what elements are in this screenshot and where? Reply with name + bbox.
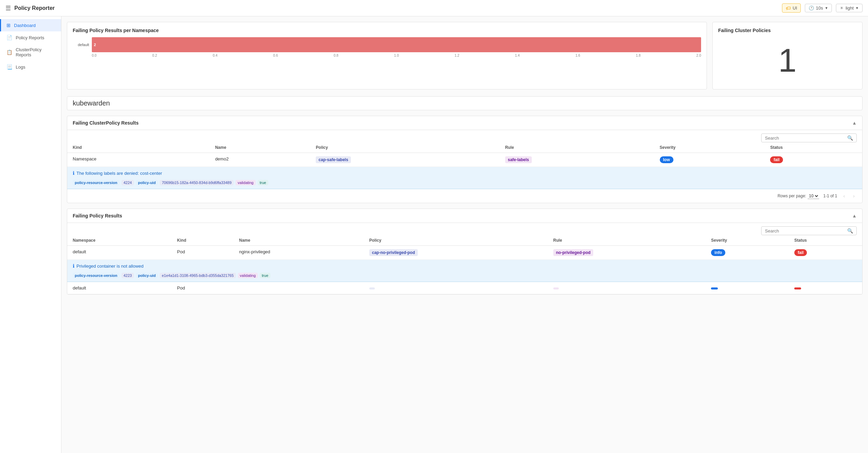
cluster-search-icon[interactable]: 🔍 (847, 135, 853, 141)
severity-badge: info (711, 249, 725, 256)
failing-cluster-title: Failing Cluster Policies (718, 28, 857, 33)
sidebar-item-logs[interactable]: 📃 Logs (0, 61, 61, 73)
status-badge: fail (770, 156, 783, 163)
clusterpolicy-reports-icon: 📋 (6, 49, 12, 55)
tag-policy-resource-version-val: 4223 (122, 273, 134, 278)
app-title: Policy Reporter (14, 5, 55, 11)
cell-namespace-2: default (67, 282, 172, 294)
col-kind: Kind (67, 142, 210, 153)
topbar: ☰ Policy Reporter 🏷 UI 🕐 10s ▼ ☀ light ▼ (0, 0, 868, 16)
sidebar-item-label-policy-reports: Policy Reports (16, 35, 44, 40)
layout: ⊞ Dashboard 📄 Policy Reports 📋 ClusterPo… (0, 16, 868, 453)
next-page-btn[interactable]: › (851, 193, 857, 199)
policy-search-box[interactable]: 🔍 (761, 226, 857, 235)
status-badge-2 (794, 287, 801, 289)
cluster-pagination: Rows per page: 10 25 50 1-1 of 1 ‹ › (67, 189, 862, 203)
chart-bar: 2 (92, 37, 701, 52)
failing-per-ns-title: Failing Policy Results per Namespace (73, 28, 701, 33)
theme-button[interactable]: ☀ light ▼ (836, 4, 863, 12)
detail-message-text: Privileged container is not allowed (76, 264, 144, 269)
chart-label-default: default (73, 43, 89, 47)
tag-validating-key: validating (236, 180, 255, 185)
sidebar-item-clusterpolicy-reports[interactable]: 📋 ClusterPolicy Reports (0, 44, 61, 61)
col-severity: Severity (654, 142, 765, 153)
axis-0: 0.0 (92, 54, 97, 57)
theme-chevron-icon: ▼ (855, 6, 859, 10)
col-policy: Policy (310, 142, 499, 153)
cluster-search-input[interactable] (765, 136, 847, 141)
cell-name-2 (234, 282, 364, 294)
failing-cluster-results-title: Failing ClusterPolicy Results (73, 120, 139, 126)
policy-badge: cap-safe-labels (316, 156, 351, 163)
pagination-range: 1-1 of 1 (823, 194, 837, 198)
col-name: Name (234, 235, 364, 246)
hamburger-menu[interactable]: ☰ (5, 4, 11, 12)
failing-cluster-count: 1 (718, 37, 857, 84)
interval-chevron-icon: ▼ (825, 6, 828, 10)
policy-search-input[interactable] (765, 228, 847, 233)
cell-name: nginx-privileged (234, 246, 364, 260)
cell-kind: Pod (172, 246, 234, 260)
cell-policy: cap-safe-labels (310, 153, 499, 167)
cluster-results-table: Kind Name Policy Rule Severity Status Na… (67, 142, 862, 189)
topbar-right: 🏷 UI 🕐 10s ▼ ☀ light ▼ (782, 3, 863, 13)
severity-badge: low (660, 156, 673, 163)
cell-policy-2 (364, 282, 548, 294)
policy-search-icon[interactable]: 🔍 (847, 228, 853, 233)
chart-axis: 0.0 0.2 0.4 0.6 0.8 1.0 1.2 1.4 1.6 1.8 … (73, 54, 701, 57)
cell-name: demo2 (210, 153, 310, 167)
detail-message-text: The following labels are denied: cost-ce… (76, 171, 162, 176)
axis-10: 1.0 (394, 54, 399, 57)
sidebar-item-policy-reports[interactable]: 📄 Policy Reports (0, 31, 61, 44)
axis-06: 0.6 (273, 54, 278, 57)
failing-policy-results-title: Failing Policy Results (73, 213, 122, 218)
axis-08: 0.8 (333, 54, 338, 57)
sidebar-item-dashboard[interactable]: ⊞ Dashboard (0, 19, 61, 31)
logs-icon: 📃 (6, 64, 12, 70)
table-row: default Pod nginx-privileged cap-no-priv… (67, 246, 862, 260)
cluster-search-box[interactable]: 🔍 (761, 133, 857, 142)
axis-18: 1.8 (636, 54, 641, 57)
collapse-policy-results-btn[interactable]: ▲ (852, 213, 857, 218)
clock-icon: 🕐 (809, 5, 814, 11)
prev-page-btn[interactable]: ‹ (841, 193, 847, 199)
topbar-left: ☰ Policy Reporter (5, 4, 55, 12)
col-rule: Rule (500, 142, 654, 153)
axis-02: 0.2 (152, 54, 157, 57)
failing-policy-results-body: 🔍 Namespace Kind Name Policy Rule Severi… (67, 223, 862, 294)
failing-cluster-results-body: 🔍 Kind Name Policy Rule Severity Status (67, 130, 862, 203)
interval-label: 10s (816, 5, 823, 11)
tag-policy-uid-val: e1e4a1d1-3108-4965-bdb3-d355da321765 (160, 273, 236, 278)
rule-badge: no-privileged-pod (553, 249, 593, 256)
dashboard-icon: ⊞ (6, 23, 11, 28)
collapse-cluster-results-btn[interactable]: ▲ (852, 120, 857, 126)
cell-status: fail (789, 246, 862, 260)
chart-bar-value: 2 (94, 43, 96, 47)
axis-12: 1.2 (455, 54, 459, 57)
tag-policy-uid-val: 70696b15-182a-4450-834d-b9d6ffa33489 (160, 180, 233, 185)
cell-kind-2: Pod (172, 282, 234, 294)
ui-button[interactable]: 🏷 UI (782, 3, 801, 13)
table-row: Namespace demo2 cap-safe-labels safe-lab… (67, 153, 862, 167)
chart-bar-wrap: 2 (92, 37, 701, 52)
tag-policy-uid-key: policy-uid (136, 273, 158, 278)
theme-icon: ☀ (840, 5, 844, 11)
sidebar-item-label-dashboard: Dashboard (14, 23, 36, 28)
top-cards: Failing Policy Results per Namespace def… (67, 22, 863, 89)
col-severity: Severity (706, 235, 789, 246)
rows-per-page-select[interactable]: 10 25 50 (808, 193, 819, 199)
cell-rule: no-privileged-pod (548, 246, 706, 260)
severity-badge-2 (711, 287, 718, 289)
detail-cell: ℹ Privileged container is not allowed po… (67, 260, 862, 282)
ui-icon: 🏷 (786, 5, 791, 11)
cell-severity: low (654, 153, 765, 167)
sidebar: ⊞ Dashboard 📄 Policy Reports 📋 ClusterPo… (0, 16, 61, 453)
detail-message: ℹ The following labels are denied: cost-… (73, 170, 162, 176)
status-badge: fail (794, 249, 807, 256)
cell-status: fail (765, 153, 862, 167)
failing-cluster-card: Failing Cluster Policies 1 (712, 22, 863, 89)
tag-policy-resource-version-val: 4224 (122, 180, 134, 185)
interval-button[interactable]: 🕐 10s ▼ (805, 4, 832, 12)
tag-validating-val: true (260, 273, 270, 278)
col-rule: Rule (548, 235, 706, 246)
